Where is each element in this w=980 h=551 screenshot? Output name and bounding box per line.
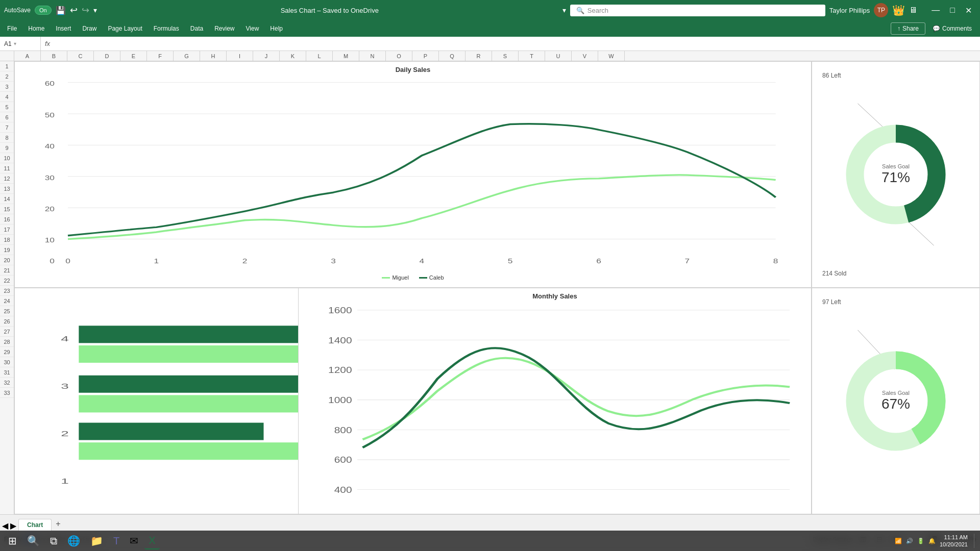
tab-data[interactable]: Data	[185, 23, 208, 34]
add-sheet-button[interactable]: +	[52, 517, 64, 531]
tab-review[interactable]: Review	[209, 23, 239, 34]
col-M[interactable]: M	[333, 51, 359, 61]
title-dropdown-icon[interactable]: ▾	[562, 6, 566, 14]
search-box[interactable]: 🔍 Search	[570, 5, 825, 16]
tab-formulas[interactable]: Formulas	[149, 23, 184, 34]
row-18[interactable]: 18	[0, 235, 14, 245]
cell-ref-dropdown[interactable]: ▾	[14, 41, 16, 46]
row-32[interactable]: 32	[0, 378, 14, 388]
row-30[interactable]: 30	[0, 357, 14, 367]
col-K[interactable]: K	[280, 51, 306, 61]
row-11[interactable]: 11	[0, 163, 14, 173]
notification-icon[interactable]: 🔔	[928, 538, 936, 544]
tab-home[interactable]: Home	[23, 23, 50, 34]
col-H[interactable]: H	[200, 51, 227, 61]
col-A[interactable]: A	[14, 51, 41, 61]
taskbar-edge-icon[interactable]: 🌐	[63, 533, 84, 549]
taskbar-mail-icon[interactable]: ✉	[126, 533, 142, 549]
col-V[interactable]: V	[572, 51, 598, 61]
start-button[interactable]: ⊞	[4, 533, 21, 549]
row-13[interactable]: 13	[0, 184, 14, 194]
close-button[interactable]: ✕	[961, 5, 976, 16]
avatar[interactable]: TP	[874, 3, 888, 17]
comments-button[interactable]: 💬 Comments	[926, 23, 978, 34]
tab-page-layout[interactable]: Page Layout	[103, 23, 147, 34]
col-P[interactable]: P	[412, 51, 439, 61]
row-12[interactable]: 12	[0, 173, 14, 184]
svg-text:1200: 1200	[328, 366, 352, 375]
share-button[interactable]: ↑ Share	[891, 22, 925, 35]
tab-draw[interactable]: Draw	[77, 23, 102, 34]
donut-chart-2[interactable]: 97 Left Sales Goal 67%	[812, 288, 980, 514]
row-33[interactable]: 33	[0, 388, 14, 398]
col-T[interactable]: T	[519, 51, 545, 61]
tab-insert[interactable]: Insert	[51, 23, 76, 34]
col-S[interactable]: S	[492, 51, 519, 61]
col-G[interactable]: G	[174, 51, 200, 61]
daily-sales-chart[interactable]: Daily Sales 60 50 40 30 2	[14, 61, 812, 288]
col-W[interactable]: W	[598, 51, 625, 61]
row-20[interactable]: 20	[0, 255, 14, 265]
cell-reference-box[interactable]: A1 ▾	[0, 37, 41, 51]
col-B[interactable]: B	[41, 51, 67, 61]
undo-icon[interactable]: ↩	[70, 5, 78, 16]
quick-access-dropdown[interactable]: ▾	[93, 6, 97, 14]
row-26[interactable]: 26	[0, 316, 14, 327]
autosave-toggle[interactable]: On	[35, 6, 52, 15]
tab-view[interactable]: View	[241, 23, 264, 34]
redo-icon[interactable]: ↪	[82, 5, 89, 16]
row-23[interactable]: 23	[0, 286, 14, 296]
donut-chart-1[interactable]: 86 Left	[812, 61, 980, 288]
col-J[interactable]: J	[253, 51, 280, 61]
monthly-sales-panel[interactable]: Monthly Sales 1600 1400 1200 1000 800	[298, 288, 812, 514]
scroll-left-icon[interactable]: ◀	[2, 521, 8, 531]
show-desktop-button[interactable]	[974, 534, 976, 548]
row-25[interactable]: 25	[0, 306, 14, 316]
col-O[interactable]: O	[386, 51, 412, 61]
maximize-button[interactable]: □	[946, 5, 959, 16]
row-10[interactable]: 10	[0, 153, 14, 163]
save-icon[interactable]: 💾	[56, 6, 66, 15]
col-U[interactable]: U	[545, 51, 572, 61]
col-R[interactable]: R	[465, 51, 492, 61]
col-I[interactable]: I	[227, 51, 253, 61]
col-F[interactable]: F	[147, 51, 174, 61]
row-7[interactable]: 7	[0, 122, 14, 133]
taskbar-file-explorer-icon[interactable]: 📁	[86, 533, 107, 549]
search-taskbar-icon[interactable]: 🔍	[23, 533, 44, 549]
col-N[interactable]: N	[359, 51, 386, 61]
tab-help[interactable]: Help	[265, 23, 288, 34]
row-1[interactable]: 1	[0, 61, 14, 71]
row-2[interactable]: 2	[0, 71, 14, 82]
row-31[interactable]: 31	[0, 367, 14, 378]
tab-file[interactable]: File	[2, 23, 22, 34]
taskbar-excel-icon[interactable]: X	[144, 533, 159, 549]
scroll-right-icon[interactable]: ▶	[10, 521, 16, 531]
row-27[interactable]: 27	[0, 327, 14, 337]
row-19[interactable]: 19	[0, 245, 14, 255]
row-21[interactable]: 21	[0, 265, 14, 276]
row-16[interactable]: 16	[0, 214, 14, 224]
row-14[interactable]: 14	[0, 194, 14, 204]
col-D[interactable]: D	[94, 51, 120, 61]
col-C[interactable]: C	[67, 51, 94, 61]
row-3[interactable]: 3	[0, 82, 14, 92]
col-E[interactable]: E	[120, 51, 147, 61]
row-9[interactable]: 9	[0, 143, 14, 153]
row-6[interactable]: 6	[0, 112, 14, 122]
taskbar-teams-icon[interactable]: T	[109, 533, 124, 549]
sheet-chart-tab[interactable]: Chart	[18, 519, 52, 531]
col-L[interactable]: L	[306, 51, 333, 61]
col-Q[interactable]: Q	[439, 51, 465, 61]
row-28[interactable]: 28	[0, 337, 14, 347]
row-24[interactable]: 24	[0, 296, 14, 306]
row-5[interactable]: 5	[0, 102, 14, 112]
task-view-icon[interactable]: ⧉	[46, 533, 61, 549]
row-22[interactable]: 22	[0, 276, 14, 286]
row-17[interactable]: 17	[0, 224, 14, 235]
minimize-button[interactable]: —	[927, 5, 944, 16]
row-8[interactable]: 8	[0, 133, 14, 143]
row-29[interactable]: 29	[0, 347, 14, 357]
row-15[interactable]: 15	[0, 204, 14, 214]
row-4[interactable]: 4	[0, 92, 14, 102]
